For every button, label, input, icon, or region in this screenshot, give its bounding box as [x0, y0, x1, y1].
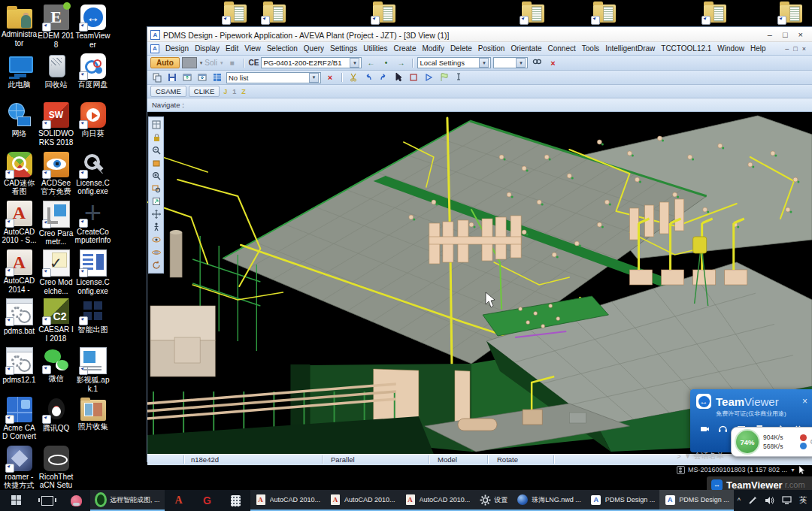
expand-chevron-icon[interactable]: >	[677, 452, 681, 461]
taskbar-pdms-design-window-1[interactable]: APDMS Design ...	[586, 490, 660, 511]
menu-connect[interactable]: Connect	[546, 44, 578, 53]
desktop-icon-wechat[interactable]: 微信	[38, 347, 74, 383]
view-zoomin-icon[interactable]	[150, 170, 162, 182]
view-zoomwin-icon[interactable]	[150, 183, 162, 195]
taskbar-remote-paw-pinned[interactable]	[62, 490, 90, 511]
view-lock-icon[interactable]	[150, 132, 162, 144]
menu-edit[interactable]: Edit	[223, 44, 241, 53]
menu-settings[interactable]: Settings	[328, 44, 359, 53]
session-item-caret-icon[interactable]: ▼	[790, 467, 795, 473]
taskbar-task-view-button[interactable]	[33, 490, 62, 511]
desktop-icon-cad-mini-viewer[interactable]: CAD迷你看图	[1, 152, 38, 196]
desktop-icon-smart-plot[interactable]: 智能出图	[74, 298, 111, 334]
desktop-icon-recycle-bin[interactable]: 回收站	[38, 53, 74, 89]
desktop-icon-ricoh-theta-setup[interactable]: RicohThetaCN Setup.exe	[38, 446, 74, 491]
view-boxo-icon[interactable]	[150, 157, 162, 169]
taskbar-autocad-2010-window-3[interactable]: AAutoCAD 2010...	[400, 490, 475, 511]
desktop-icon-creo-parametric[interactable]: Creo Parametr...	[38, 201, 74, 246]
undo-icon[interactable]	[362, 71, 375, 84]
save-icon[interactable]	[165, 71, 179, 84]
menu-intelligentdraw[interactable]: IntelligentDraw	[603, 44, 657, 53]
desktop-icon-tencent-qq[interactable]: 腾讯QQ	[38, 397, 74, 433]
top-folder-shortcut-3[interactable]	[373, 5, 395, 23]
view-look-icon[interactable]	[150, 234, 162, 246]
taskbar-autocad-pinned[interactable]: A	[165, 490, 193, 511]
desktop-icon-acdsee-free[interactable]: ACDSee 官方免费版	[38, 152, 74, 197]
title-bar[interactable]: A PDMS Design - Pipework Application - A…	[147, 29, 812, 42]
menu-selection[interactable]: Selection	[265, 44, 300, 53]
link-icon[interactable]	[150, 71, 164, 84]
view-rotate-icon[interactable]	[150, 259, 162, 271]
menu-design[interactable]: Design	[163, 44, 191, 53]
desktop-icon-creo-modelcheck[interactable]: ✓Creo Modelche...	[38, 249, 74, 295]
desktop-icon-administrator[interactable]: Administrator	[1, 5, 38, 47]
menu-tools[interactable]: Tools	[580, 44, 601, 53]
desktop-icon-pdms-bat[interactable]: pdms.bat	[1, 298, 38, 336]
menu-window[interactable]: Window	[715, 44, 747, 53]
mdi-close-button[interactable]: ×	[802, 45, 806, 53]
winup-icon[interactable]	[180, 71, 194, 84]
menu-modify[interactable]: Modify	[420, 44, 446, 53]
desktop-icon-solidworks-2018[interactable]: SWSOLIDWORKS 2018	[38, 102, 74, 147]
tv-cam-icon[interactable]	[699, 424, 710, 433]
menu-orientate[interactable]: Orientate	[508, 44, 544, 53]
minimize-button[interactable]: –	[768, 31, 772, 39]
view-grid-icon[interactable]	[150, 119, 162, 131]
session-header-row[interactable]: > ▼ 会话名单	[674, 449, 812, 463]
style-1-icon[interactable]: 1	[231, 88, 238, 95]
top-folder-shortcut-2[interactable]	[263, 5, 286, 23]
desktop-icon-create-computer-inform[interactable]: +CreateComputerInform...	[74, 201, 111, 246]
flag-icon[interactable]	[437, 71, 450, 84]
current-element-combo[interactable]: PG-0401-200-E2RF2/B1▼	[261, 57, 362, 68]
tray-volume-icon[interactable]	[761, 490, 778, 511]
desktop-icon-license-config-2[interactable]: License.Config.exe	[74, 249, 111, 295]
desktop-icon-network[interactable]: 网络	[1, 102, 38, 138]
taskbar-pdms-design-window-2[interactable]: APDMS Design ...	[659, 490, 734, 511]
desktop-icon-autocad-2014[interactable]: AAutoCAD 2014 - 简...	[1, 249, 38, 295]
desktop-icon-teamviewer[interactable]: TeamViewer	[74, 5, 111, 49]
view-walk-icon[interactable]	[150, 221, 162, 233]
taskbar-remote-smart-plot-window[interactable]: 远程智能成图, ...	[90, 490, 165, 511]
clike-button[interactable]: CLIKE	[189, 86, 220, 97]
menu-tcctool12-1[interactable]: TCCTOOL12.1	[659, 44, 714, 53]
menu-query[interactable]: Query	[301, 44, 326, 53]
desktop-icon-acme-cad-converter[interactable]: Acme CAD Converter	[1, 397, 38, 442]
table-icon[interactable]	[211, 71, 224, 84]
menu-create[interactable]: Create	[391, 44, 418, 53]
view-pan-icon[interactable]	[150, 208, 162, 220]
clear-list-icon[interactable]: ×	[323, 71, 337, 84]
desktop-icon-autocad-2010[interactable]: AAutoCAD 2010 - S...	[1, 201, 38, 245]
view-refresh-icon[interactable]	[150, 195, 162, 207]
desktop-icon-sunflower[interactable]: 向日葵	[74, 102, 111, 138]
desktop-icon-license-config-key[interactable]: License.Config.exe	[74, 152, 111, 196]
style-j-icon[interactable]: J	[222, 88, 229, 95]
taskbar-autocad-2010-window-2[interactable]: AAutoCAD 2010...	[325, 490, 400, 511]
top-folder-shortcut-4[interactable]	[522, 5, 544, 23]
windown-icon[interactable]	[195, 71, 209, 84]
tray-chevron-icon[interactable]: ^	[734, 490, 744, 511]
settings-filter-combo[interactable]: ▼	[493, 57, 528, 68]
desktop-icon-yingshihu-apk[interactable]: 影视狐.apk.1	[74, 347, 111, 393]
frame-icon[interactable]	[407, 71, 420, 84]
desktop-icon-caesar-ii-2018[interactable]: C2CAESAR II 2018	[38, 298, 74, 343]
no-list-combo[interactable]: No list▼	[226, 72, 321, 83]
view-zoomout-icon[interactable]	[150, 144, 162, 156]
color-swatch-dropdown[interactable]	[182, 57, 197, 68]
menu-view[interactable]: View	[242, 44, 263, 53]
local-settings-combo[interactable]: Local Settings▼	[417, 57, 491, 68]
cut-icon[interactable]	[347, 71, 360, 84]
maximize-button[interactable]: □	[783, 31, 788, 39]
taskbar-autocad-2010-window-1[interactable]: AAutoCAD 2010...	[250, 490, 326, 511]
solid-mode-dropdown[interactable]: Soli	[205, 59, 217, 67]
taskbar-g-tool-pinned[interactable]: G	[193, 490, 222, 511]
menu-help[interactable]: Help	[748, 44, 768, 53]
swatch-dropdown-arrow[interactable]: ▾	[200, 60, 203, 66]
menu-utilities[interactable]: Utilities	[361, 44, 389, 53]
auto-button[interactable]: Auto	[150, 57, 180, 68]
menu-delete[interactable]: Delete	[448, 44, 474, 53]
taskbar-start-button[interactable]	[0, 490, 33, 511]
top-folder-shortcut-7[interactable]	[780, 5, 802, 23]
tv-headset-icon[interactable]	[717, 424, 728, 433]
pointer-icon[interactable]	[392, 71, 405, 84]
top-folder-shortcut-1[interactable]	[224, 5, 247, 23]
